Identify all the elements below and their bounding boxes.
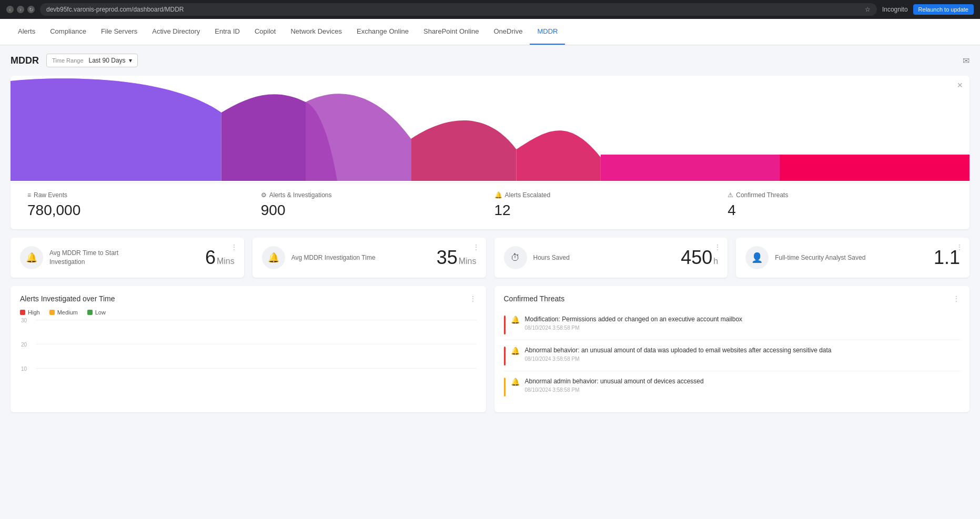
stat-card-hours-saved: ⋮ ⏱ Hours Saved 450 h: [494, 238, 728, 278]
stat-card-left-3: ⏱ Hours Saved: [504, 246, 570, 269]
mail-icon[interactable]: ✉: [963, 56, 969, 66]
alerts-investigations-icon: ⚙: [261, 191, 267, 199]
chart-legend: High Medium Low: [20, 309, 477, 316]
hours-saved-unit: h: [713, 257, 718, 266]
threat-time-1: 08/10/2024 3:58:58 PM: [525, 325, 743, 331]
nav-tab-sharepoint-online[interactable]: SharePoint Online: [416, 19, 487, 45]
back-button[interactable]: ‹: [6, 6, 14, 13]
confirmed-threats-value: 4: [728, 202, 953, 219]
hours-saved-number: 450: [681, 247, 712, 269]
investigation-time-value: 35 Mins: [437, 247, 477, 269]
bottom-row: Alerts Investigated over Time ⋮ High Med…: [11, 286, 969, 412]
nav-tab-network-devices[interactable]: Network Devices: [283, 19, 349, 45]
browser-chrome: ‹ › ↻ devb95fc.varonis-preprod.com/dashb…: [0, 0, 980, 19]
nav-tab-copilot[interactable]: Copilot: [247, 19, 283, 45]
threat-time-3: 08/10/2024 3:58:58 PM: [525, 387, 704, 393]
stat-card-left-2: 🔔 Avg MDDR Investigation Time: [262, 246, 376, 269]
alerts-escalated-value: 12: [494, 202, 720, 219]
threats-card-header: Confirmed Threats ⋮: [504, 294, 961, 303]
threat-bell-icon-2: 🔔: [511, 347, 520, 355]
threat-item-1[interactable]: 🔔 Modification: Permissions added or cha…: [504, 309, 961, 340]
threat-text-3: Abnormal admin behavior: unusual amount …: [525, 376, 704, 386]
metric-confirmed-threats: ⚠ Confirmed Threats 4: [723, 191, 957, 219]
avg-time-number: 6: [205, 247, 216, 269]
funnel-chart: [11, 76, 969, 181]
bar-chart-area: 30 20 10: [20, 320, 477, 404]
investigation-time-unit: Mins: [459, 257, 477, 266]
threat-text-2: Abnormal behavior: an unusual amount of …: [525, 345, 832, 355]
nav-tab-active-directory[interactable]: Active Directory: [145, 19, 207, 45]
svg-rect-1: [780, 155, 969, 181]
funnel-metrics: ≡ Raw Events 780,000 ⚙ Alerts & Investig…: [11, 182, 969, 229]
time-range-button[interactable]: Time Range Last 90 Days ▾: [46, 54, 138, 67]
confirmed-threats-card: Confirmed Threats ⋮ 🔔 Modification: Perm…: [494, 286, 970, 412]
card-menu-icon-4[interactable]: ⋮: [956, 243, 963, 251]
relaunch-button[interactable]: Relaunch to update: [913, 4, 974, 15]
nav-tab-exchange-online[interactable]: Exchange Online: [349, 19, 416, 45]
header-right: ✉: [963, 56, 969, 66]
card-menu-icon-1[interactable]: ⋮: [230, 243, 238, 251]
metric-alerts-investigations: ⚙ Alerts & Investigations 900: [257, 191, 490, 219]
threat-item-2[interactable]: 🔔 Abnormal behavior: an unusual amount o…: [504, 340, 961, 371]
card-menu-icon-2[interactable]: ⋮: [472, 243, 480, 251]
threat-content-3: Abnormal admin behavior: unusual amount …: [525, 376, 704, 393]
forward-button[interactable]: ›: [17, 6, 24, 13]
chevron-down-icon: ▾: [129, 57, 132, 64]
refresh-button[interactable]: ↻: [27, 6, 35, 13]
card-menu-icon-3[interactable]: ⋮: [714, 243, 721, 251]
chart-card-title: Alerts Investigated over Time: [20, 294, 115, 303]
url-text: devb95fc.varonis-preprod.com/dashboard/M…: [46, 6, 184, 13]
chart-menu-icon[interactable]: ⋮: [469, 294, 477, 303]
alerts-escalated-label: Alerts Escalated: [505, 191, 551, 199]
legend-low-dot: [87, 310, 93, 315]
threat-item-3[interactable]: 🔔 Abnormal admin behavior: unusual amoun…: [504, 371, 961, 402]
threats-card-title: Confirmed Threats: [504, 294, 565, 303]
investigation-time-label: Avg MDDR Investigation Time: [291, 253, 376, 262]
legend-medium-dot: [49, 310, 55, 315]
confirmed-threats-icon: ⚠: [728, 191, 733, 199]
funnel-card: ✕ ≡ Raw Events 780,000: [11, 76, 969, 229]
person-icon: 👤: [745, 246, 769, 269]
browser-actions: Incognito Relaunch to update: [882, 4, 974, 15]
bookmark-icon[interactable]: ☆: [865, 6, 871, 13]
threats-menu-icon[interactable]: ⋮: [953, 294, 960, 303]
nav-tab-mddr[interactable]: MDDR: [530, 19, 565, 45]
avg-time-label: Avg MDDR Time to StartInvestigation: [49, 249, 118, 267]
browser-controls: ‹ › ↻: [6, 6, 35, 13]
legend-medium-label: Medium: [57, 309, 78, 316]
clock-icon: ⏱: [504, 246, 527, 269]
analyst-saved-label: Full-time Security Analyst Saved: [775, 253, 865, 262]
threat-severity-medium-3: [504, 378, 506, 396]
metric-raw-events: ≡ Raw Events 780,000: [23, 191, 257, 219]
metric-alerts-escalated: 🔔 Alerts Escalated 12: [490, 191, 724, 219]
address-bar[interactable]: devb95fc.varonis-preprod.com/dashboard/M…: [40, 3, 877, 16]
bars-container: [36, 320, 477, 393]
raw-events-icon: ≡: [27, 191, 31, 199]
threat-bell-icon-3: 🔔: [511, 378, 520, 386]
nav-tab-alerts[interactable]: Alerts: [11, 19, 43, 45]
threat-content-2: Abnormal behavior: an unusual amount of …: [525, 345, 832, 362]
nav-tab-entra-id[interactable]: Entra ID: [207, 19, 247, 45]
investigation-time-number: 35: [437, 247, 458, 269]
alerts-escalated-icon: 🔔: [494, 191, 502, 199]
raw-events-value: 780,000: [27, 202, 252, 219]
nav-tab-compliance[interactable]: Compliance: [43, 19, 94, 45]
page-title: MDDR: [11, 55, 39, 66]
nav-tab-file-servers[interactable]: File Servers: [94, 19, 145, 45]
legend-medium: Medium: [49, 309, 78, 316]
legend-high-dot: [20, 310, 25, 315]
svg-rect-0: [601, 155, 796, 181]
funnel-close-icon[interactable]: ✕: [957, 81, 963, 89]
nav-tab-onedrive[interactable]: OneDrive: [487, 19, 530, 45]
threat-content-1: Modification: Permissions added or chang…: [525, 314, 743, 331]
stat-card-avg-time: ⋮ 🔔 Avg MDDR Time to StartInvestigation …: [11, 238, 244, 278]
stat-card-investigation-time: ⋮ 🔔 Avg MDDR Investigation Time 35 Mins: [252, 238, 486, 278]
threat-severity-high-1: [504, 316, 506, 334]
time-range-label: Time Range: [52, 57, 84, 64]
legend-low-label: Low: [95, 309, 106, 316]
legend-high: High: [20, 309, 40, 316]
hours-saved-value: 450 h: [681, 247, 718, 269]
nav-bar: AlertsComplianceFile ServersActive Direc…: [0, 19, 980, 45]
incognito-label: Incognito: [882, 6, 908, 13]
chart-card-header: Alerts Investigated over Time ⋮: [20, 294, 477, 303]
